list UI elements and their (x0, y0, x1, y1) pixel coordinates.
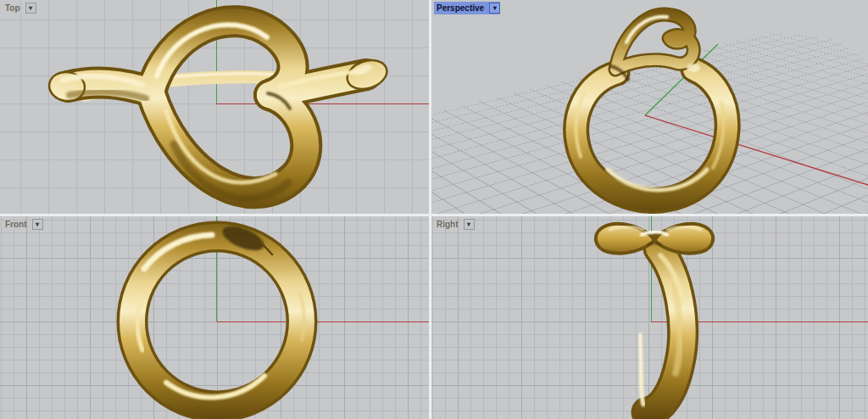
cad-viewport-grid: Top ▾ (0, 0, 868, 419)
viewport-front[interactable]: Front ▾ (0, 216, 429, 419)
viewport-menu-icon[interactable]: ▾ (489, 3, 500, 14)
ring-model-right-view[interactable] (431, 216, 868, 419)
viewport-title-right[interactable]: Right ▾ (434, 218, 475, 231)
viewport-title-label[interactable]: Top (3, 2, 23, 14)
ring-render-right (596, 224, 713, 412)
viewport-right[interactable]: Right ▾ (431, 216, 868, 419)
ring-render-perspective (576, 14, 727, 200)
viewport-menu-icon[interactable]: ▾ (25, 3, 36, 14)
ring-model-perspective-view[interactable] (431, 0, 868, 214)
ring-model-front-view[interactable] (0, 216, 429, 419)
viewport-title-perspective[interactable]: Perspective ▾ (434, 2, 500, 14)
viewport-title-top[interactable]: Top ▾ (3, 2, 36, 14)
viewport-top[interactable]: Top ▾ (0, 0, 429, 214)
viewport-title-label[interactable]: Front (3, 218, 30, 231)
ring-render-front (132, 221, 304, 406)
ring-render-top (47, 21, 391, 198)
viewport-title-label[interactable]: Perspective (434, 2, 487, 14)
viewport-title-label[interactable]: Right (434, 218, 461, 231)
viewport-perspective[interactable]: Perspective ▾ (431, 0, 868, 214)
viewport-menu-icon[interactable]: ▾ (464, 219, 475, 230)
viewport-menu-icon[interactable]: ▾ (32, 219, 43, 230)
ring-model-top-view[interactable] (0, 0, 429, 214)
viewport-title-front[interactable]: Front ▾ (3, 218, 43, 231)
